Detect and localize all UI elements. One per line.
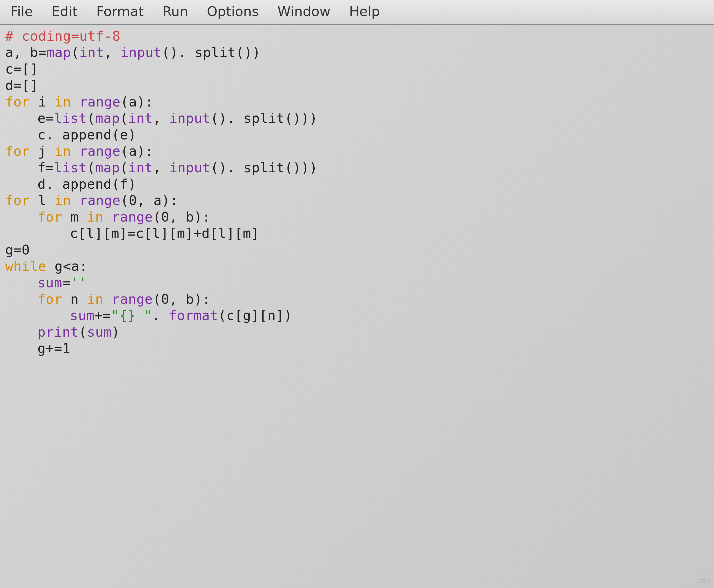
code-token-builtin: input [169, 160, 211, 175]
code-line[interactable]: for l in range(0, a): [5, 192, 709, 209]
menubar: File Edit Format Run Options Window Help [0, 0, 714, 25]
menu-window[interactable]: Window [275, 3, 332, 20]
code-line[interactable]: sum+="{} ". format(c[g][n]) [5, 307, 709, 324]
code-editor[interactable]: # coding=utf-8a, b=map(int, input(). spl… [0, 25, 714, 360]
code-token-plain: ( [87, 160, 95, 175]
code-line[interactable]: for j in range(a): [5, 143, 709, 160]
code-token-keyword: in [55, 143, 71, 159]
code-token-plain: (). split())) [211, 110, 318, 126]
code-token-plain: , [104, 45, 121, 60]
code-token-plain: g+=1 [38, 340, 70, 356]
code-token-plain: c[l][m]=c[l][m]+d[l][m] [70, 226, 259, 241]
code-token-plain: l [30, 192, 55, 208]
code-token-builtin: range [112, 209, 153, 225]
code-line[interactable]: a, b=map(int, input(). split()) [5, 44, 709, 61]
code-token-plain: . [152, 308, 169, 323]
code-token-plain [71, 143, 79, 159]
code-token-plain: = [62, 275, 70, 291]
code-line[interactable]: for n in range(0, b): [5, 291, 709, 307]
code-line[interactable]: c[l][m]=c[l][m]+d[l][m] [5, 225, 709, 241]
code-token-plain: ( [79, 324, 87, 340]
code-token-keyword: in [87, 209, 104, 225]
code-line[interactable]: c. append(e) [5, 127, 709, 143]
code-token-plain: ( [87, 110, 95, 126]
code-token-plain [71, 192, 79, 208]
code-token-plain: g<a: [46, 258, 88, 274]
code-token-plain [103, 291, 112, 307]
code-token-plain: e= [38, 110, 54, 126]
watermark: CSDN [697, 579, 710, 584]
menu-help[interactable]: Help [347, 3, 382, 20]
code-token-plain: n [62, 291, 87, 307]
code-token-plain: ( [120, 160, 128, 175]
code-token-keyword: for [38, 291, 62, 307]
code-token-builtin: range [112, 291, 153, 307]
code-token-builtin: list [54, 160, 87, 175]
code-token-plain: (0, a): [121, 192, 178, 208]
code-token-keyword: for [5, 192, 30, 208]
code-token-builtin: range [79, 143, 121, 159]
code-token-keyword: for [38, 209, 62, 225]
code-token-keyword: while [5, 258, 46, 274]
code-token-builtin: range [79, 192, 121, 208]
code-line[interactable]: while g<a: [5, 258, 709, 274]
code-token-plain: c. append(e) [38, 127, 136, 143]
code-token-plain: (c[g][n]) [218, 308, 292, 323]
code-token-builtin: int [79, 45, 104, 60]
code-token-builtin: list [54, 110, 87, 126]
code-token-plain: g=0 [5, 242, 30, 258]
code-token-builtin: map [95, 160, 120, 175]
code-line[interactable]: print(sum) [5, 324, 709, 340]
code-token-builtin: print [38, 324, 79, 340]
code-token-plain: d=[] [5, 78, 38, 93]
code-token-plain: += [94, 308, 111, 323]
code-token-builtin: format [169, 308, 218, 323]
code-line[interactable]: g=0 [5, 242, 709, 258]
code-token-plain: (a): [121, 143, 153, 159]
code-token-plain: j [30, 143, 55, 159]
code-token-keyword: in [55, 192, 71, 208]
code-line[interactable]: for m in range(0, b): [5, 209, 709, 225]
code-token-builtin: map [46, 45, 71, 60]
code-line[interactable]: # coding=utf-8 [5, 28, 709, 44]
code-token-builtin: sum [38, 275, 62, 291]
code-token-plain: ( [120, 110, 128, 126]
code-line[interactable]: d=[] [5, 77, 709, 93]
menu-file[interactable]: File [8, 3, 35, 20]
code-line[interactable]: sum='' [5, 275, 709, 291]
code-token-plain: ) [112, 324, 120, 340]
menu-format[interactable]: Format [94, 3, 146, 20]
code-token-plain: c=[] [5, 61, 38, 77]
code-line[interactable]: g+=1 [5, 340, 709, 357]
code-line[interactable]: f=list(map(int, input(). split())) [5, 160, 709, 176]
code-token-plain: (). split()) [161, 45, 261, 60]
code-token-keyword: for [5, 94, 30, 110]
menu-options[interactable]: Options [205, 3, 261, 20]
code-line[interactable]: c=[] [5, 61, 709, 77]
code-token-plain: , [153, 110, 169, 126]
code-token-builtin: int [128, 160, 153, 175]
code-token-string: '' [70, 275, 87, 291]
code-token-plain: i [30, 94, 55, 110]
menu-run[interactable]: Run [160, 3, 190, 20]
code-token-builtin: range [79, 94, 121, 110]
code-token-plain: , [153, 160, 169, 175]
code-line[interactable]: e=list(map(int, input(). split())) [5, 110, 709, 126]
code-token-plain: a, b= [5, 45, 46, 60]
code-token-builtin: sum [87, 324, 112, 340]
code-token-keyword: in [87, 291, 104, 307]
code-token-plain: f= [38, 160, 54, 175]
code-token-plain: (0, b): [153, 209, 211, 225]
code-line[interactable]: d. append(f) [5, 176, 709, 192]
code-token-keyword: in [55, 94, 71, 110]
code-token-builtin: input [121, 45, 161, 60]
code-line[interactable]: for i in range(a): [5, 94, 709, 110]
code-token-plain: (0, b): [153, 291, 211, 307]
menu-edit[interactable]: Edit [49, 3, 80, 20]
code-token-builtin: input [169, 110, 211, 126]
code-token-builtin: sum [70, 308, 94, 323]
code-token-string: "{} " [111, 308, 152, 323]
code-token-plain: d. append(f) [38, 176, 136, 192]
code-token-keyword: for [5, 143, 30, 159]
code-token-plain: m [62, 209, 87, 225]
